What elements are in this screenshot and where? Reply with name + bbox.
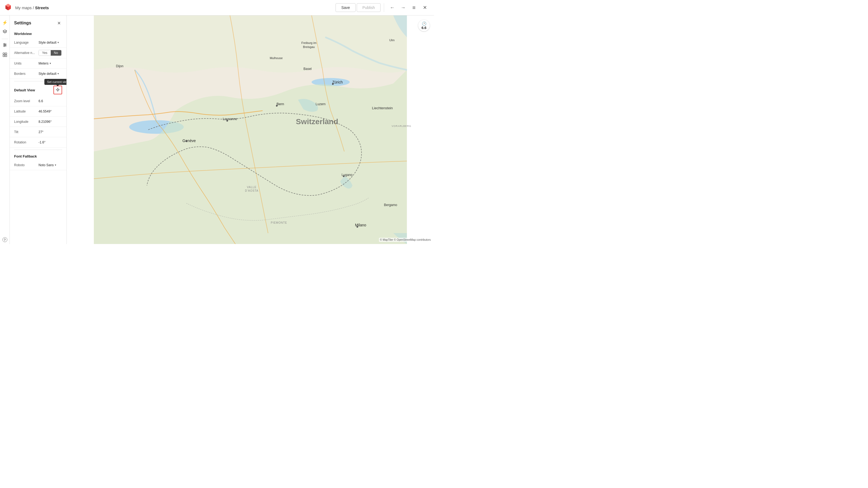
svg-point-3 [4, 43, 5, 44]
breadcrumb: My maps / Streets [15, 5, 332, 10]
units-select[interactable]: Meters ▾ [38, 62, 51, 65]
tilt-row: Tilt 27° [10, 127, 66, 137]
svg-text:Breisgau: Breisgau [303, 45, 315, 48]
lightning-icon: ⚡ [2, 20, 8, 25]
settings-title: Settings [14, 21, 31, 26]
layers-icon [2, 29, 7, 35]
svg-text:Switzerland: Switzerland [296, 118, 338, 126]
svg-point-32 [186, 140, 187, 142]
set-current-view-button[interactable] [54, 86, 62, 94]
svg-point-25 [332, 83, 334, 85]
longitude-label: Longitude [14, 120, 38, 124]
svg-text:Liechtenstein: Liechtenstein [372, 106, 393, 110]
icon-bar: ⚡ [0, 15, 10, 244]
latitude-value: 46.5549° [38, 109, 62, 113]
borders-value: Style default [38, 72, 56, 76]
layers-button[interactable] [1, 28, 9, 37]
svg-text:VALLE: VALLE [247, 186, 256, 189]
main-area: ⚡ [0, 15, 434, 244]
default-view-header: Default View Set current view [10, 84, 66, 96]
latitude-label: Latitude [14, 109, 38, 113]
topbar-actions: Save Publish ← → ≡ ✕ [336, 3, 430, 12]
font-row: Roboto Noto Sans ▾ [10, 160, 66, 170]
svg-text:Luzern: Luzern [316, 102, 326, 106]
divider [384, 3, 384, 12]
alt-names-label: Alternative n... [14, 51, 38, 55]
font-fallback-title: Font Fallback [10, 152, 66, 160]
back-button[interactable]: ← [388, 3, 397, 12]
borders-select[interactable]: Style default ▾ [38, 72, 59, 76]
svg-text:VORARLBERG: VORARLBERG [392, 125, 411, 127]
no-toggle[interactable]: No [51, 50, 61, 56]
settings-close-button[interactable]: ✕ [56, 20, 62, 26]
svg-point-4 [5, 44, 6, 45]
language-arrow-icon: ▾ [58, 41, 59, 44]
svg-text:Bergamo: Bergamo [384, 203, 397, 207]
topbar: My maps / Streets Save Publish ← → ≡ ✕ [0, 0, 434, 15]
svg-point-37 [343, 175, 344, 177]
settings-panel: Settings ✕ Worldview Language Style defa… [10, 15, 67, 244]
svg-text:Lausanne: Lausanne [223, 117, 237, 121]
icon-bar-divider [2, 39, 8, 39]
svg-text:Dijon: Dijon [116, 64, 123, 68]
zoom-level-value: 6.6 [38, 99, 62, 103]
alt-names-row: Alternative n... Yes No [10, 48, 66, 58]
lightning-button[interactable]: ⚡ [1, 18, 9, 27]
map-area[interactable]: Freiburg im Breisgau Ulm Mulhouse Basel … [67, 15, 434, 244]
svg-text:Genève: Genève [183, 138, 196, 143]
publish-button[interactable]: Publish [357, 3, 380, 12]
svg-rect-8 [3, 55, 5, 57]
units-row: Units Meters ▾ [10, 58, 66, 69]
plugins-button[interactable] [1, 51, 9, 60]
rotation-value: -1.6° [38, 140, 62, 144]
svg-rect-9 [5, 55, 7, 57]
svg-text:Freiburg im: Freiburg im [301, 41, 316, 44]
svg-text:PIEMONTE: PIEMONTE [271, 221, 287, 224]
svg-point-5 [4, 45, 5, 46]
svg-text:Basel: Basel [304, 67, 312, 71]
puzzle-icon [2, 52, 7, 58]
font-label: Roboto [14, 163, 38, 167]
rotation-label: Rotation [14, 140, 38, 144]
borders-label: Borders [14, 72, 38, 76]
map-canvas: Freiburg im Breisgau Ulm Mulhouse Basel … [67, 15, 434, 244]
set-view-tooltip: Set current view [44, 79, 67, 85]
units-label: Units [14, 62, 38, 65]
crosshair-icon [56, 88, 60, 93]
help-icon: ? [2, 237, 7, 242]
map-attribution: © MapTiler © OpenStreetMap contributors [379, 238, 432, 242]
zoom-level-label: Zoom level [14, 99, 38, 103]
borders-row: Borders Style default ▾ [10, 69, 66, 79]
svg-rect-6 [3, 53, 5, 55]
rotation-row: Rotation -1.6° [10, 137, 66, 148]
zoom-value: 6.6 [422, 26, 426, 30]
longitude-row: Longitude 8.21096° [10, 117, 66, 127]
settings-header: Settings ✕ [10, 15, 66, 30]
save-button[interactable]: Save [336, 3, 355, 12]
borders-arrow-icon: ▾ [58, 72, 59, 75]
section-divider-2 [14, 150, 62, 150]
forward-button[interactable]: → [398, 3, 408, 12]
worldview-section-title: Worldview [10, 30, 66, 37]
tilt-value: 27° [38, 130, 62, 134]
language-value: Style default [38, 41, 56, 44]
zoom-level-row: Zoom level 6.6 [10, 96, 66, 106]
language-select[interactable]: Style default ▾ [38, 41, 59, 44]
font-select[interactable]: Noto Sans ▾ [38, 163, 56, 167]
menu-button[interactable]: ≡ [409, 3, 419, 12]
language-label: Language [14, 41, 38, 44]
help-button[interactable]: ? [1, 235, 9, 244]
sliders-icon [2, 42, 7, 48]
latitude-row: Latitude 46.5549° [10, 106, 66, 117]
sliders-button[interactable] [1, 41, 9, 50]
default-view-title: Default View [14, 88, 35, 92]
svg-rect-7 [5, 53, 7, 55]
longitude-value: 8.21096° [38, 120, 62, 124]
set-view-wrapper: Set current view [54, 86, 62, 94]
svg-text:Bern: Bern [277, 102, 284, 106]
yes-toggle[interactable]: Yes [39, 50, 51, 56]
close-button[interactable]: ✕ [420, 3, 430, 12]
alt-names-toggle[interactable]: Yes No [38, 50, 62, 56]
svg-text:Zürich: Zürich [332, 80, 343, 84]
svg-point-40 [356, 226, 358, 228]
